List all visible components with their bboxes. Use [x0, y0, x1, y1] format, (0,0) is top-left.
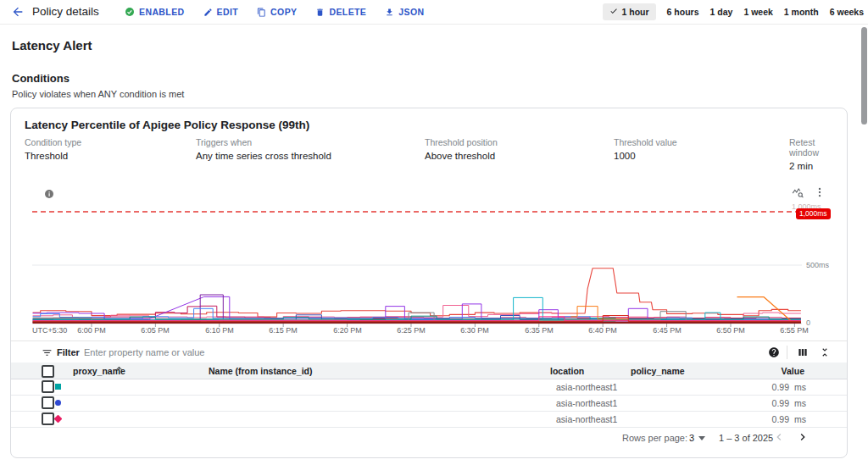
check-circle-icon	[125, 7, 135, 17]
table-row[interactable]: asia-northeast10.99ms	[11, 379, 847, 396]
pagination-bar: Rows per page: 3 1 – 3 of 2025	[11, 427, 847, 448]
cell-value: 0.99	[772, 382, 789, 392]
filter-funnel-icon	[42, 346, 53, 362]
chart-explore-icon[interactable]	[792, 186, 804, 198]
col-value[interactable]: Value	[782, 366, 804, 376]
y-axis-label-500: 500ms	[806, 261, 829, 269]
threshold-badge: 1,000ms	[796, 208, 831, 219]
x-axis-tick-label: 6:20 PM	[333, 326, 362, 335]
next-page-icon[interactable]	[796, 430, 810, 444]
table-row[interactable]: asia-northeast10.99ms	[11, 395, 847, 412]
time-range-1-hour[interactable]: 1 hour	[603, 3, 656, 20]
rows-per-page-label: Rows per page:	[622, 433, 687, 443]
collapse-icon[interactable]	[819, 346, 831, 358]
time-range-1-month[interactable]: 1 month	[784, 7, 819, 17]
column-settings-icon[interactable]	[797, 346, 809, 358]
series-marker-circle	[55, 400, 61, 406]
row-checkbox[interactable]	[42, 412, 54, 425]
series-marker-square	[55, 384, 61, 390]
x-axis-tick-label: 6:25 PM	[397, 326, 426, 335]
time-range-1-week[interactable]: 1 week	[743, 7, 772, 17]
table-header: proxy_name Name (from instance_id) locat…	[11, 363, 847, 379]
cell-value: 0.99	[772, 398, 789, 408]
cell-unit: ms	[794, 398, 806, 408]
x-axis-tick-label: 6:50 PM	[716, 326, 745, 335]
x-axis-tick-label: 6:35 PM	[525, 326, 554, 335]
alert-title: Latency Alert	[12, 38, 92, 53]
series-marker-diamond	[54, 415, 63, 423]
cell-location: asia-northeast1	[556, 382, 617, 392]
x-axis-tick-label: 6:55 PM	[780, 326, 809, 335]
x-axis-tick-label: 6:05 PM	[141, 326, 170, 335]
time-range-6-weeks[interactable]: 6 weeks	[830, 7, 864, 17]
x-axis-tick-label: 6:10 PM	[205, 326, 234, 335]
page-title: Policy details	[32, 5, 99, 18]
cell-location: asia-northeast1	[556, 414, 617, 424]
copy-button[interactable]: COPY	[257, 7, 297, 17]
delete-button[interactable]: DELETE	[315, 7, 366, 17]
back-arrow-icon[interactable]	[11, 5, 25, 19]
help-icon[interactable]	[768, 346, 780, 358]
filter-bar: Filter	[11, 340, 847, 364]
policy-details-page: Policy details ENABLEDEDITCOPYDELETEJSON…	[0, 0, 868, 465]
scrollbar-thumb[interactable]	[861, 27, 867, 125]
cell-unit: ms	[794, 414, 806, 424]
filter-input[interactable]	[82, 344, 560, 361]
edit-button[interactable]: EDIT	[203, 7, 239, 17]
cell-unit: ms	[794, 382, 806, 392]
time-range-6-hours[interactable]: 6 hours	[667, 7, 699, 17]
dropdown-arrow-icon	[698, 436, 705, 440]
table-row[interactable]: asia-northeast10.99ms	[11, 411, 847, 428]
cell-value: 0.99	[772, 414, 789, 424]
trash-icon	[315, 8, 325, 17]
chart-kebab-menu-icon[interactable]	[814, 186, 826, 198]
row-checkbox[interactable]	[42, 396, 54, 409]
x-axis-tick-label: 6:15 PM	[269, 326, 298, 335]
chart-series-red-main	[33, 268, 801, 317]
copy-icon	[257, 8, 266, 17]
top-toolbar: Policy details ENABLEDEDITCOPYDELETEJSON…	[0, 0, 868, 25]
col-name[interactable]: Name (from instance_id)	[209, 366, 313, 376]
check-icon	[609, 7, 618, 17]
previous-page-icon[interactable]	[772, 430, 786, 444]
filter-divider	[787, 346, 787, 359]
time-range-1-day[interactable]: 1 day	[710, 7, 733, 17]
col-location[interactable]: location	[550, 366, 584, 376]
x-axis-tick-label: 6:00 PM	[77, 326, 106, 335]
enabled-button[interactable]: ENABLED	[125, 7, 185, 17]
sort-ascending-icon[interactable]	[114, 365, 124, 376]
info-icon[interactable]	[44, 187, 54, 197]
conditions-note: Policy violates when ANY condition is me…	[12, 89, 184, 99]
cell-location: asia-northeast1	[556, 398, 617, 408]
json-button[interactable]: JSON	[385, 7, 424, 17]
col-policy-name[interactable]: policy_name	[631, 366, 685, 376]
toolbar-actions: ENABLEDEDITCOPYDELETEJSON	[125, 0, 424, 24]
conditions-heading: Conditions	[12, 72, 70, 85]
timezone-label: UTC+5:30	[32, 326, 67, 335]
x-axis-tick-label: 6:40 PM	[588, 326, 617, 335]
time-range-selector: 1 hour6 hours1 day1 week1 month6 weeks	[603, 0, 864, 24]
condition-card: Latency Percentile of Apigee Policy Resp…	[10, 108, 848, 458]
pencil-icon	[203, 8, 213, 17]
select-all-checkbox[interactable]	[42, 365, 54, 378]
page-range: 1 – 3 of 2025	[719, 433, 773, 443]
x-axis-tick-label: 6:30 PM	[460, 326, 489, 335]
filter-label: Filter	[57, 347, 80, 357]
row-checkbox[interactable]	[42, 380, 54, 393]
x-axis-tick-label: 6:45 PM	[653, 326, 682, 335]
rows-per-page-select[interactable]: 3	[689, 433, 705, 443]
download-icon	[385, 8, 394, 17]
